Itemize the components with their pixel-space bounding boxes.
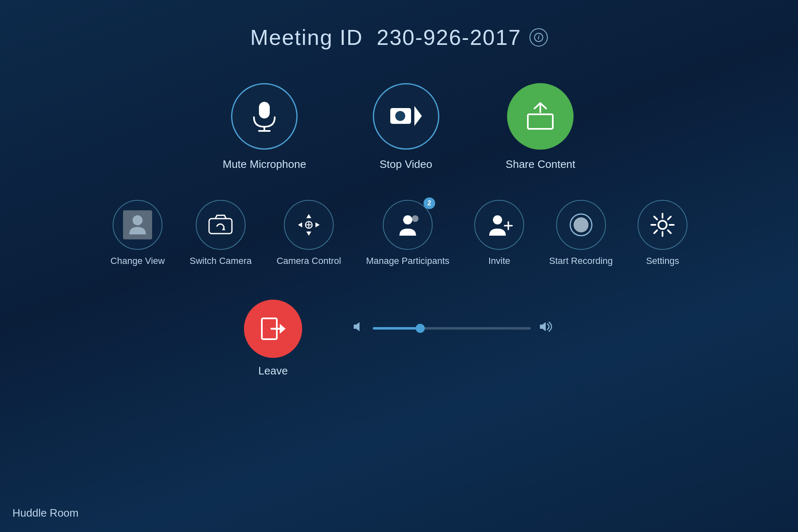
room-label: Huddle Room bbox=[12, 507, 79, 520]
leave-label: Leave bbox=[259, 365, 288, 377]
svg-point-20 bbox=[403, 215, 412, 224]
invite-button[interactable]: Invite bbox=[474, 200, 524, 266]
header: Meeting ID 230-926-2017 i bbox=[250, 25, 548, 50]
svg-point-6 bbox=[395, 111, 405, 121]
invite-label: Invite bbox=[488, 256, 510, 266]
svg-rect-8 bbox=[528, 114, 553, 129]
switch-camera-label: Switch Camera bbox=[190, 256, 251, 266]
volume-control bbox=[352, 320, 554, 336]
manage-participants-button[interactable]: 2 Manage Participants bbox=[366, 200, 450, 266]
start-recording-button[interactable]: Start Recording bbox=[549, 200, 613, 266]
svg-marker-12 bbox=[222, 227, 225, 230]
start-recording-label: Start Recording bbox=[549, 256, 613, 266]
participant-count: 2 bbox=[424, 197, 435, 209]
svg-marker-15 bbox=[298, 222, 302, 227]
change-view-button[interactable]: Change View bbox=[111, 200, 165, 266]
mute-microphone-button[interactable]: Mute Microphone bbox=[223, 83, 306, 171]
meeting-id: Meeting ID 230-926-2017 bbox=[250, 25, 521, 50]
change-view-label: Change View bbox=[111, 256, 165, 266]
svg-point-22 bbox=[493, 215, 502, 224]
stop-video-label: Stop Video bbox=[379, 158, 432, 171]
svg-marker-13 bbox=[306, 214, 311, 218]
svg-marker-40 bbox=[540, 322, 546, 331]
svg-line-34 bbox=[668, 217, 671, 219]
switch-camera-button[interactable]: Switch Camera bbox=[190, 200, 251, 266]
share-content-label: Share Content bbox=[506, 158, 576, 171]
main-container: Meeting ID 230-926-2017 i bbox=[0, 0, 798, 532]
svg-marker-38 bbox=[280, 324, 286, 334]
mute-microphone-label: Mute Microphone bbox=[223, 158, 306, 171]
svg-point-26 bbox=[574, 217, 589, 232]
svg-marker-7 bbox=[414, 106, 422, 126]
stop-video-button[interactable]: Stop Video bbox=[373, 83, 439, 171]
svg-point-10 bbox=[133, 215, 143, 225]
share-content-button[interactable]: Share Content bbox=[506, 83, 576, 171]
svg-marker-39 bbox=[354, 322, 360, 331]
svg-point-21 bbox=[412, 215, 419, 222]
secondary-buttons-row: Change View Switch Camera bbox=[111, 200, 687, 266]
volume-slider[interactable] bbox=[373, 327, 531, 330]
bottom-row: Leave bbox=[0, 300, 798, 377]
info-icon[interactable]: i bbox=[530, 28, 548, 47]
settings-button[interactable]: Settings bbox=[638, 200, 687, 266]
svg-line-35 bbox=[654, 230, 657, 233]
svg-text:i: i bbox=[538, 34, 540, 41]
svg-line-32 bbox=[654, 217, 657, 219]
manage-participants-label: Manage Participants bbox=[366, 256, 450, 266]
volume-max-icon bbox=[539, 320, 554, 336]
camera-control-button[interactable]: Camera Control bbox=[276, 200, 341, 266]
svg-line-33 bbox=[668, 230, 671, 233]
primary-buttons-row: Mute Microphone Stop Video bbox=[223, 83, 576, 171]
svg-marker-14 bbox=[306, 232, 311, 236]
volume-min-icon bbox=[352, 320, 365, 336]
svg-rect-2 bbox=[259, 102, 270, 118]
svg-marker-16 bbox=[315, 222, 320, 227]
svg-rect-11 bbox=[209, 219, 232, 234]
leave-button[interactable]: Leave bbox=[244, 300, 302, 377]
camera-control-label: Camera Control bbox=[276, 256, 341, 266]
svg-point-27 bbox=[658, 221, 667, 229]
settings-label: Settings bbox=[646, 256, 679, 266]
